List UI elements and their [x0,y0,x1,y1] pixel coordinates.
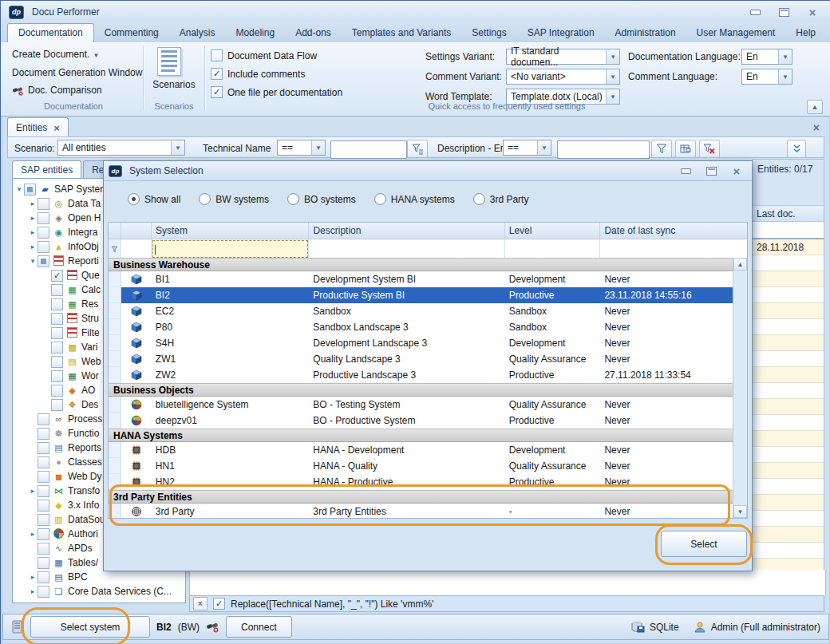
tree-checkbox[interactable] [38,442,49,454]
column-header-description[interactable]: Description [309,223,504,239]
dialog-close-button[interactable]: × [728,164,745,177]
tree-checkbox[interactable] [38,198,49,210]
checkbox-icon[interactable] [211,49,223,61]
radio-3rd-party[interactable]: 3rd Party [473,193,529,205]
radio-icon[interactable] [128,193,140,205]
tree-checkbox[interactable] [38,471,49,483]
chevron-down-icon[interactable]: ▼ [311,140,325,155]
expander-closed-icon[interactable]: ▸ [28,587,38,595]
ribbon-collapse-button[interactable]: ▲ [807,100,823,114]
table-group-row[interactable]: 3rd Party Entities [109,490,733,504]
language-field-select[interactable]: En▼ [741,49,792,65]
tabbar-close-icon[interactable]: × [813,121,820,134]
tree-checkbox[interactable] [51,342,63,354]
database-label[interactable]: SQLite [650,622,679,633]
filter-window-button[interactable] [675,140,696,158]
table-row[interactable]: S4HDevelopment Landscape 3DevelopmentNev… [109,335,733,351]
scenarios-button[interactable]: Scenarios [144,79,204,90]
clear-filter-button[interactable] [699,140,720,158]
table-row[interactable]: deepzv01BO - Productive SystemProductive… [109,413,733,429]
tree-checkbox[interactable] [38,241,49,253]
table-row[interactable]: ZW2Productive Landscape 3Productive27.11… [109,367,733,383]
tree-checkbox[interactable] [38,557,49,569]
tree-checkbox[interactable] [38,500,49,512]
chevron-down-icon[interactable]: ▼ [606,49,619,64]
tree-checkbox[interactable] [38,227,49,239]
table-row[interactable]: ZW1Quality Landscape 3Quality AssuranceN… [109,351,733,367]
filter-editor-button[interactable] [407,140,428,158]
radio-hana-systems[interactable]: HANA systems [374,193,455,205]
expander-closed-icon[interactable]: ▸ [28,243,38,251]
scroll-up-icon[interactable]: ▲ [733,258,747,271]
connect-button[interactable]: Connect [226,616,292,638]
ribbon-tab-add-ons[interactable]: Add-ons [285,24,342,42]
system-filter-cell[interactable]: | [152,239,310,259]
maximize-button[interactable] [775,6,792,18]
chevron-down-icon[interactable]: ▼ [171,140,184,155]
expander-closed-icon[interactable]: ▸ [28,573,38,581]
tree-checkbox[interactable] [51,399,63,411]
ribbon-tab-documentation[interactable]: Documentation [7,23,94,42]
dialog-minimize-button[interactable] [677,164,694,177]
radio-show-all[interactable]: Show all [128,193,180,205]
tab-entities[interactable]: Entities × [7,117,69,137]
user-label[interactable]: Admin (Full administrator) [711,622,820,633]
tree-item[interactable]: ▸▤BPC [13,570,185,584]
table-row[interactable]: bluetelligence SystemBO - Testing System… [109,397,733,413]
filter-active-checkbox[interactable]: ✓ [213,598,225,610]
minimize-button[interactable] [746,6,764,18]
expander-closed-icon[interactable]: ▸ [28,214,38,222]
table-row[interactable]: P80Sandbox Landscape 3SandboxNever [109,319,733,335]
table-row[interactable]: HN1HANA - QualityQuality AssuranceNever [109,458,733,474]
tree-checkbox[interactable] [38,514,49,526]
document-generation-window-button[interactable]: Document Generation Window [12,67,142,78]
tree-checkbox[interactable] [38,413,49,425]
expander-closed-icon[interactable]: ▸ [28,530,38,538]
expander-closed-icon[interactable]: ▸ [28,487,38,495]
settings-field-select[interactable]: IT standard documen...▼ [506,49,620,65]
tree-checkbox[interactable] [38,255,49,267]
expander-open-icon[interactable]: ▾ [14,185,24,193]
tree-checkbox[interactable] [38,485,49,497]
ribbon-tab-user-management[interactable]: User Management [686,24,786,42]
table-row[interactable]: EC2SandboxSandboxNever [109,303,733,319]
chevron-down-icon[interactable]: ▼ [778,69,792,84]
ribbon-tab-commenting[interactable]: Commenting [94,24,169,42]
tree-checkbox[interactable] [38,571,49,583]
table-row[interactable]: BI2Productive System BIProductive23.11.2… [109,287,733,303]
chevron-down-icon[interactable]: ▼ [778,49,792,64]
dialog-maximize-button[interactable] [702,164,720,177]
radio-icon[interactable] [199,193,211,205]
last-sync-filter-cell[interactable] [600,239,747,259]
last-doc-filter-cell[interactable] [753,222,824,239]
tree-checkbox[interactable] [51,313,63,325]
ribbon-tab-analysis[interactable]: Analysis [169,24,226,42]
ribbon-option-0[interactable]: Document Data Flow [211,49,317,61]
tree-checkbox[interactable] [51,385,63,397]
expand-filters-button[interactable] [787,140,806,158]
ribbon-option-1[interactable]: ✓Include comments [211,68,305,80]
table-group-row[interactable]: HANA Systems [109,429,733,442]
select-button[interactable]: Select [661,531,747,557]
description-operator-select[interactable]: ==▼ [503,140,551,156]
technical-name-input[interactable] [330,140,407,159]
table-group-row[interactable]: Business Warehouse [109,258,733,271]
expander-closed-icon[interactable]: ▸ [28,228,38,236]
ribbon-tab-administration[interactable]: Administration [605,24,686,42]
tree-checkbox[interactable] [38,543,49,555]
chevron-down-icon[interactable]: ▼ [606,69,619,84]
ribbon-tab-help[interactable]: Help [785,24,826,42]
tab-close-icon[interactable]: × [53,123,60,133]
tree-checkbox[interactable] [24,184,36,196]
checkbox-icon[interactable]: ✓ [211,86,223,98]
column-header-last-sync[interactable]: Date of last sync [600,223,747,239]
ribbon-tab-modeling[interactable]: Modeling [225,24,285,42]
table-row[interactable]: HN2HANA - ProductiveProductiveNever [109,474,733,490]
language-field-select[interactable]: En▼ [741,69,792,85]
expander-closed-icon[interactable]: ▸ [28,200,38,207]
close-button[interactable]: × [804,6,821,18]
table-row[interactable]: BI1Development System BIDevelopmentNever [109,271,733,287]
ribbon-tab-templates-and-variants[interactable]: Templates and Variants [342,24,462,42]
tree-checkbox[interactable] [51,370,63,382]
close-filter-icon[interactable]: × [193,597,208,610]
